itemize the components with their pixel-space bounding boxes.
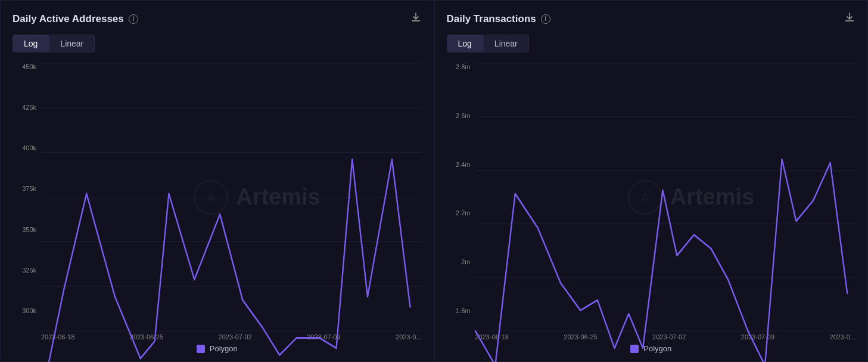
y-label-2-1: 2.6m: [447, 112, 475, 119]
y-label-1-2: 400k: [13, 144, 41, 151]
legend-label-1: Polygon: [210, 344, 238, 353]
chart-area-2: 2.8m 2.6m 2.4m 2.2m 2m 1.8m A Artemis: [447, 63, 856, 331]
chart1-title: Daily Active Addresses: [13, 13, 124, 25]
x-label-2-1: 2023-06-25: [564, 333, 597, 341]
legend-1: Polygon: [13, 344, 422, 353]
chart-inner-1: A Artemis: [41, 63, 422, 331]
panel-title-2: Daily Transactions i: [447, 13, 550, 25]
info-icon-1[interactable]: i: [129, 14, 138, 24]
y-label-2-0: 2.8m: [447, 63, 475, 70]
toggle-linear-2[interactable]: Linear: [483, 35, 529, 52]
y-label-1-0: 450k: [13, 63, 41, 70]
x-label-1-4: 2023-0...: [396, 333, 421, 341]
y-axis-2: 2.8m 2.6m 2.4m 2.2m 2m 1.8m: [447, 63, 475, 331]
toggle-log-1[interactable]: Log: [13, 35, 49, 52]
legend-label-2: Polygon: [643, 344, 671, 353]
x-label-2-3: 2023-07-09: [741, 333, 774, 341]
toggle-group-2: Log Linear: [447, 35, 856, 52]
chart2-title: Daily Transactions: [447, 13, 536, 25]
download-icon-1[interactable]: [410, 11, 422, 26]
panel-title-1: Daily Active Addresses i: [13, 13, 138, 25]
x-axis-labels-2: 2023-06-18 2023-06-25 2023-07-02 2023-07…: [447, 333, 856, 341]
toggle-group-1: Log Linear: [13, 35, 422, 52]
legend-2: Polygon: [447, 344, 856, 353]
y-label-2-4: 2m: [447, 258, 475, 265]
y-axis-1: 450k 425k 400k 375k 350k 325k 300k: [13, 63, 41, 331]
x-label-2-2: 2023-07-02: [652, 333, 686, 341]
x-axis-labels-1: 2023-06-18 2023-06-25 2023-07-02 2023-07…: [13, 333, 422, 341]
x-label-2-4: 2023-0...: [830, 333, 855, 341]
y-label-1-4: 350k: [13, 226, 41, 233]
toggle-linear-1[interactable]: Linear: [49, 35, 95, 52]
x-label-1-0: 2023-06-18: [41, 333, 74, 341]
daily-transactions-panel: Daily Transactions i Log Linear 2.8m 2.6…: [434, 0, 869, 362]
y-label-2-5: 1.8m: [447, 307, 475, 314]
info-icon-2[interactable]: i: [541, 14, 550, 24]
chart-inner-2: A Artemis: [475, 63, 856, 331]
y-label-1-1: 425k: [13, 104, 41, 111]
y-label-2-3: 2.2m: [447, 209, 475, 216]
x-label-1-3: 2023-07-09: [307, 333, 340, 341]
download-icon-2[interactable]: [844, 11, 855, 26]
legend-color-1: [197, 345, 205, 353]
panel-header-2: Daily Transactions i: [447, 11, 856, 26]
svg-rect-0: [412, 20, 420, 21]
daily-active-addresses-panel: Daily Active Addresses i Log Linear 450k…: [0, 0, 434, 362]
x-label-1-2: 2023-07-02: [219, 333, 252, 341]
svg-rect-10: [845, 20, 854, 21]
panel-header-1: Daily Active Addresses i: [13, 11, 422, 26]
y-label-2-2: 2.4m: [447, 161, 475, 168]
x-label-1-1: 2023-06-25: [130, 333, 163, 341]
toggle-log-2[interactable]: Log: [447, 35, 483, 52]
legend-color-2: [630, 345, 639, 353]
y-label-1-3: 375k: [13, 185, 41, 192]
y-label-1-5: 325k: [13, 267, 41, 274]
chart-area-1: 450k 425k 400k 375k 350k 325k 300k A Art…: [13, 63, 422, 331]
y-label-1-6: 300k: [13, 307, 41, 314]
